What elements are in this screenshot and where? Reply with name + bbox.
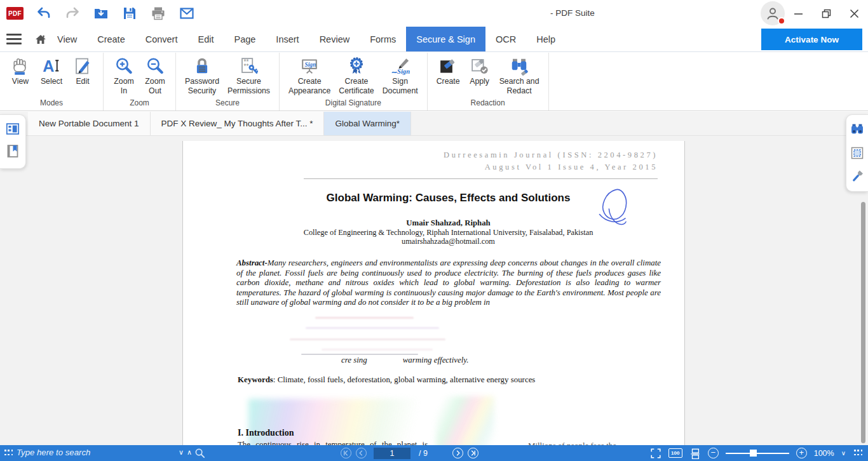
restore-icon <box>821 8 832 19</box>
ribbon-group-label: Digital Signature <box>285 97 421 110</box>
activate-now-button[interactable]: Activate Now <box>761 29 862 50</box>
ribbon-group-secure: Password Security **** Secure Permission… <box>176 53 280 110</box>
zoom-slider[interactable] <box>726 448 789 458</box>
zoom-dropdown-caret[interactable]: ∨ <box>841 450 846 457</box>
svg-text:A: A <box>43 57 54 75</box>
email-icon <box>179 6 194 21</box>
bookmarks-panel-button[interactable] <box>5 144 20 159</box>
undo-button[interactable] <box>36 5 52 22</box>
actual-size-button[interactable]: 100 <box>668 448 682 458</box>
page-total-label: / 9 <box>419 449 428 458</box>
menu-help[interactable]: Help <box>526 27 566 51</box>
menu-ocr[interactable]: OCR <box>485 27 526 51</box>
ribbon-group-label: Modes <box>6 97 97 110</box>
ribbon-group-modes: View A Select Edit Modes <box>0 53 104 110</box>
select-mode-button[interactable]: A Select <box>37 55 66 86</box>
redaction-create-button[interactable]: Create <box>433 55 463 86</box>
next-page-button[interactable] <box>452 448 463 458</box>
previous-page-icon <box>358 450 365 457</box>
create-appearance-button[interactable]: Sign Create Appearance <box>285 55 334 95</box>
menu-page[interactable]: Page <box>224 27 266 51</box>
account-button[interactable] <box>761 1 785 25</box>
pdf-suite-window: PDF - PDF Suite <box>0 0 868 461</box>
save-icon <box>122 6 137 21</box>
main-menu-button[interactable] <box>6 27 22 51</box>
menu-secure-sign[interactable]: Secure & Sign <box>406 27 485 51</box>
previous-page-button[interactable] <box>356 448 367 458</box>
create-certificate-button[interactable]: Create Certificate <box>336 55 377 95</box>
home-button[interactable] <box>34 27 47 51</box>
page-navigation: 1 / 9 <box>341 445 478 461</box>
secure-permissions-button[interactable]: **** Secure Permissions <box>224 55 273 95</box>
statusbar-grip[interactable] <box>4 450 13 457</box>
print-button[interactable] <box>150 5 166 22</box>
zoom-out-statusbar-button[interactable]: − <box>708 448 719 458</box>
menu-create[interactable]: Create <box>87 27 135 51</box>
close-icon <box>849 8 860 19</box>
search-and-redact-button[interactable]: Search and Redact <box>496 55 543 95</box>
binoculars-icon <box>850 122 865 137</box>
menu-review[interactable]: Review <box>309 27 360 51</box>
vertical-scrollbar-thumb[interactable] <box>861 202 865 443</box>
thumbnails-panel-button[interactable] <box>5 121 20 137</box>
tools-panel-button[interactable] <box>850 169 865 184</box>
password-security-button[interactable]: Password Security <box>182 55 222 95</box>
minimize-icon <box>793 8 804 19</box>
tab-new-portable-document[interactable]: New Portable Document 1 <box>28 112 151 135</box>
right-side-panel <box>846 114 868 192</box>
ribbon: View A Select Edit Modes Zoom In <box>0 53 868 111</box>
menu-bar: View Create Convert Edit Page Insert Rev… <box>0 27 868 52</box>
sign-document-button[interactable]: Sign Sign Document <box>379 55 421 95</box>
paper-keywords: Keywords: Climate, fossil fuels, defores… <box>238 375 535 385</box>
save-button[interactable] <box>121 5 138 22</box>
redaction-apply-button[interactable]: Apply <box>465 55 494 86</box>
window-title: - PDF Suite <box>550 8 595 18</box>
last-page-button[interactable] <box>468 448 478 458</box>
fit-width-button[interactable] <box>689 448 701 459</box>
sign-board-icon: Sign <box>300 57 319 76</box>
tab-global-warming[interactable]: Global Warming* <box>324 112 411 135</box>
find-previous-button[interactable]: ∨ <box>179 448 184 457</box>
edit-mode-button[interactable]: Edit <box>68 55 97 86</box>
padlock-icon <box>193 57 212 76</box>
svg-text:**: ** <box>244 63 249 70</box>
fit-width-icon <box>689 448 701 459</box>
search-input[interactable]: Type here to search <box>17 448 169 457</box>
menu-view[interactable]: View <box>47 27 87 51</box>
thumbnails-icon <box>5 121 20 137</box>
maximize-button[interactable] <box>812 0 840 27</box>
zoom-out-button[interactable]: Zoom Out <box>140 55 170 95</box>
svg-text:Sign: Sign <box>305 62 316 68</box>
zoom-in-button[interactable]: Zoom In <box>109 55 139 95</box>
fit-screen-button[interactable] <box>650 448 661 459</box>
redo-button[interactable] <box>64 5 81 22</box>
document-tab-bar: New Portable Document 1 PDF X Review_ My… <box>0 112 868 136</box>
paper-author: Umair Shahzad, Riphah <box>236 218 660 228</box>
permissions-key-icon: **** <box>239 57 258 76</box>
redact-create-icon <box>438 57 458 76</box>
close-button[interactable] <box>840 0 868 27</box>
tab-pdf-x-review[interactable]: PDF X Review_ My Thoughts After T... * <box>151 112 325 135</box>
menu-convert[interactable]: Convert <box>135 27 188 51</box>
find-button[interactable] <box>194 448 205 461</box>
first-page-button[interactable] <box>341 448 351 458</box>
minimize-button[interactable] <box>784 0 812 27</box>
menu-edit[interactable]: Edit <box>187 27 224 51</box>
status-bar: Type here to search ∨ ∧ 1 / 9 <box>0 445 868 461</box>
search-panel-button[interactable] <box>850 122 865 137</box>
page-number-input[interactable]: 1 <box>374 448 410 459</box>
zoom-in-statusbar-button[interactable]: + <box>796 448 807 458</box>
ribbon-group-redaction: Create Apply Search and Redact Redaction <box>428 53 549 110</box>
zoom-slider-thumb[interactable] <box>750 450 757 457</box>
zoom-level-label[interactable]: 100% <box>814 449 834 458</box>
view-mode-button[interactable]: View <box>6 55 35 86</box>
home-icon <box>34 33 47 46</box>
resize-grip[interactable] <box>854 450 863 457</box>
menu-insert[interactable]: Insert <box>266 27 309 51</box>
find-next-button[interactable]: ∧ <box>187 448 192 457</box>
snapshot-panel-button[interactable] <box>850 145 865 161</box>
erased-text-ghost <box>322 349 433 351</box>
open-button[interactable] <box>93 5 109 22</box>
email-button[interactable] <box>179 5 195 22</box>
menu-forms[interactable]: Forms <box>360 27 406 51</box>
